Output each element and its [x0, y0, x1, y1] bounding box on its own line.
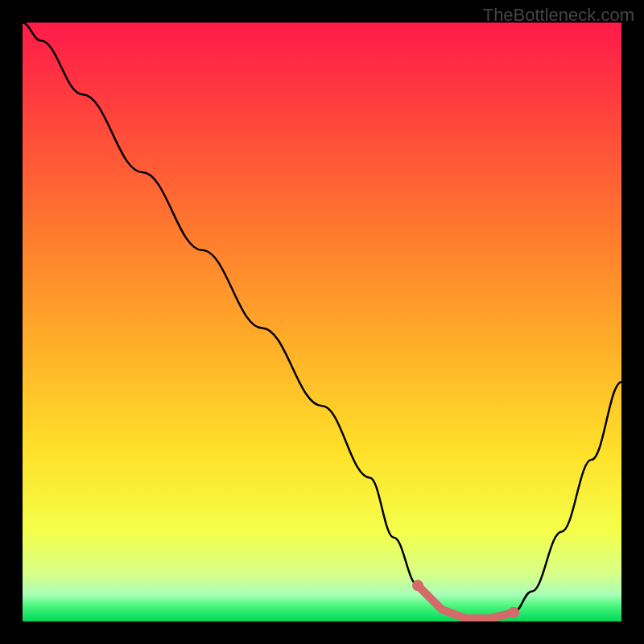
chart-container: TheBottleneck.com	[0, 0, 644, 644]
highlight-dot-end	[508, 607, 519, 618]
bottleneck-chart	[23, 23, 621, 621]
watermark-text: TheBottleneck.com	[483, 5, 634, 26]
highlight-dot-start	[412, 580, 423, 591]
gradient-background	[23, 23, 621, 621]
